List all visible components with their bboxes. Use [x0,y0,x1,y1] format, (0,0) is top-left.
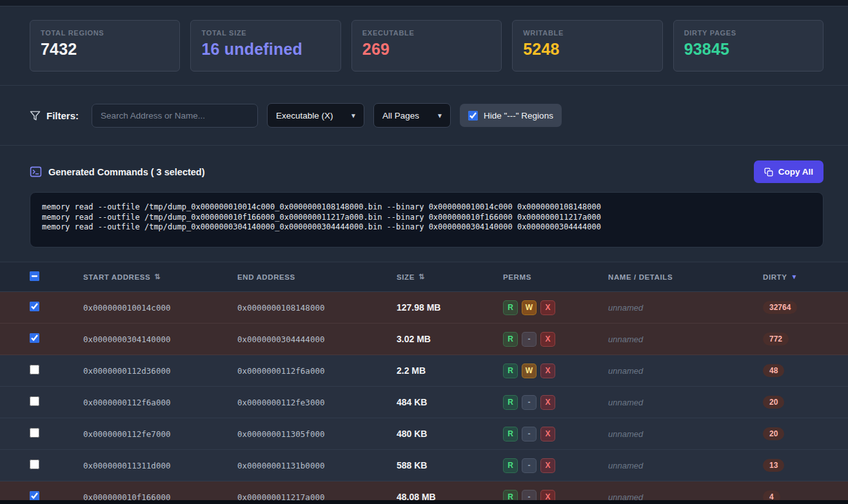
perms-badges: RWX [503,300,608,315]
column-header-perms: PERMS [503,273,608,281]
stat-label: EXECUTABLE [362,29,491,37]
executable-filter-value: Executable (X) [276,111,333,121]
table-body: 0x000000010014c000 0x0000000108148000 12… [0,292,848,504]
start-address: 0x0000000112d36000 [83,366,237,376]
row-checkbox[interactable] [30,365,39,374]
start-address: 0x0000000112fe7000 [83,429,237,439]
start-address: 0x000000010014c000 [83,303,237,313]
sort-desc-icon: ▼ [791,273,798,280]
stat-label: TOTAL SIZE [201,29,330,37]
copy-all-button[interactable]: Copy All [754,160,823,183]
stat-card: TOTAL SIZE 16 undefined [190,20,340,72]
start-address: 0x0000000112f6a000 [83,398,237,407]
perm-badge: R [503,458,518,473]
stat-value: 5248 [523,40,651,59]
stat-card: DIRTY PAGES 93845 [673,20,823,72]
table-row[interactable]: 0x0000000112f6a000 0x0000000112fe3000 48… [0,387,848,418]
size-value: 127.98 MB [397,302,503,313]
perm-badge: - [522,395,537,410]
table-row[interactable]: 0x0000000112d36000 0x0000000112f6a000 2.… [0,355,848,387]
table-row[interactable]: 0x0000000112fe7000 0x000000011305f000 48… [0,418,848,450]
table-row[interactable]: 0x0000000304140000 0x0000000304444000 3.… [0,324,848,355]
region-name: unnamed [608,303,763,313]
start-address: 0x000000011311d000 [83,461,237,470]
sort-icon: ⇅ [154,273,161,281]
column-header-dirty[interactable]: DIRTY ▼ [763,273,823,281]
row-checkbox[interactable] [30,460,39,469]
row-checkbox[interactable] [30,491,39,501]
region-name: unnamed [608,334,763,344]
end-address: 0x0000000112fe3000 [237,398,397,407]
perm-badge: R [503,395,518,410]
perm-badge: X [540,427,555,441]
end-address: 0x0000000108148000 [237,303,397,313]
command-output[interactable]: memory read --outfile /tmp/dump_0x000000… [30,192,823,247]
perms-badges: R-X [503,427,608,441]
chevron-down-icon: ▼ [350,112,357,119]
stats-row: TOTAL REGIONS 7432 TOTAL SIZE 16 undefin… [0,6,848,85]
table-header: START ADDRESS ⇅ END ADDRESS SIZE ⇅ PERMS… [0,262,848,292]
copy-all-label: Copy All [778,167,813,177]
stat-label: TOTAL REGIONS [41,29,169,37]
perm-badge: R [503,363,518,378]
size-value: 3.02 MB [397,334,503,344]
commands-title: Generated Commands ( 3 selected) [48,167,205,177]
filters-title: Filters: [30,110,79,121]
perm-badge: W [522,363,537,378]
perm-badge: R [503,332,518,347]
select-all-checkbox[interactable] [30,271,39,281]
row-checkbox[interactable] [30,302,39,311]
search-input[interactable] [92,104,258,128]
end-address: 0x00000001131b0000 [237,461,397,470]
stat-card: WRITABLE 5248 [512,20,662,72]
copy-icon [764,168,773,177]
perm-badge: X [540,395,555,410]
region-name: unnamed [608,398,763,407]
perms-badges: RWX [503,363,608,378]
table-row[interactable]: 0x000000011311d000 0x00000001131b0000 58… [0,450,848,481]
stat-value: 16 undefined [201,40,330,59]
perm-badge: - [522,427,537,441]
executable-filter-select[interactable]: Executable (X) ▼ [267,103,364,128]
size-value: 484 KB [397,397,503,407]
row-checkbox[interactable] [30,396,39,406]
end-address: 0x000000011305f000 [237,429,397,439]
size-value: 2.2 MB [397,365,503,376]
filters-label: Filters: [46,110,79,121]
region-name: unnamed [608,366,763,376]
end-address: 0x0000000112f6a000 [237,366,397,376]
stat-label: DIRTY PAGES [684,29,813,37]
perms-badges: R-X [503,332,608,347]
hide-regions-checkbox[interactable] [468,111,478,121]
hide-regions-toggle[interactable]: Hide "---" Regions [460,104,562,127]
stat-card: TOTAL REGIONS 7432 [30,20,180,72]
row-checkbox[interactable] [30,333,39,343]
filter-funnel-icon [30,110,41,121]
perm-badge: X [540,363,555,378]
row-checkbox[interactable] [30,428,39,438]
perm-badge: X [540,332,555,347]
generated-commands-section: Generated Commands ( 3 selected) Copy Al… [0,146,848,262]
terminal-icon [30,166,42,178]
bottom-edge-bar [0,500,848,504]
hide-regions-label: Hide "---" Regions [484,111,553,121]
column-header-start-address[interactable]: START ADDRESS ⇅ [83,273,237,281]
size-value: 480 KB [397,429,503,439]
pages-filter-select[interactable]: All Pages ▼ [373,103,451,128]
dirty-badge: 20 [763,427,784,440]
chevron-down-icon: ▼ [437,112,443,119]
table-row[interactable]: 0x000000010014c000 0x0000000108148000 12… [0,292,848,324]
column-header-end-address[interactable]: END ADDRESS [237,273,397,281]
stat-card: EXECUTABLE 269 [351,20,502,72]
column-header-size[interactable]: SIZE ⇅ [397,273,503,281]
end-address: 0x0000000304444000 [237,334,397,344]
stat-value: 269 [362,40,491,59]
commands-title-wrap: Generated Commands ( 3 selected) [30,166,205,178]
dirty-badge: 32764 [763,301,797,314]
stat-label: WRITABLE [523,29,651,37]
stat-value: 7432 [41,40,169,59]
dirty-badge: 48 [763,364,784,377]
dirty-badge: 13 [763,459,784,472]
region-name: unnamed [608,429,763,439]
size-value: 588 KB [397,460,503,470]
